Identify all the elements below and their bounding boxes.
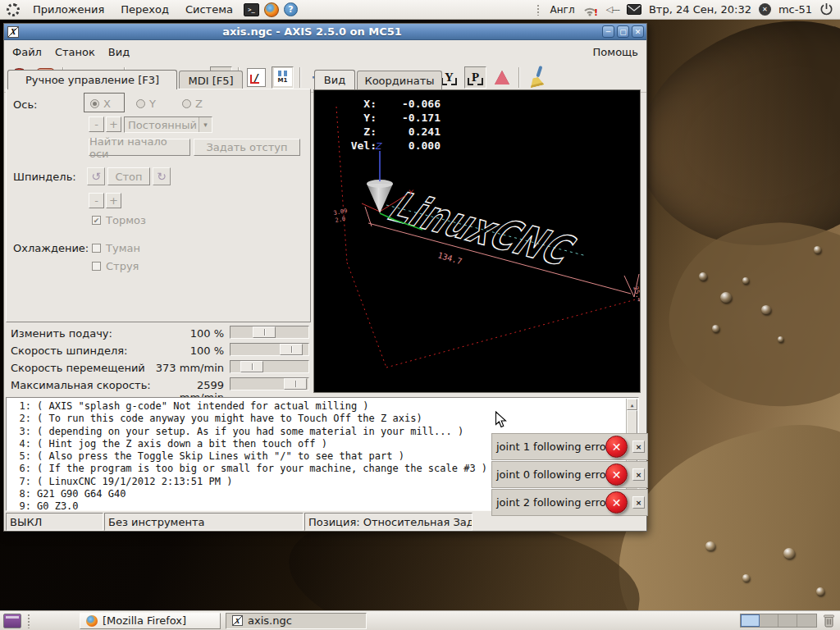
scroll-up-icon[interactable]: ▲: [627, 399, 637, 410]
checkbox-label: Струя: [106, 260, 139, 272]
firefox-icon: [86, 615, 98, 627]
dro-row: X:-0.066: [344, 97, 441, 111]
jog-mode-combobox[interactable]: Постоянный ▾: [124, 116, 212, 133]
preview-canvas[interactable]: 134.7 25.4 3.09 2.0 LinuxCNC Y Z: [313, 89, 641, 393]
view-perspective-button[interactable]: P: [464, 66, 486, 89]
menu-system[interactable]: Система: [177, 0, 241, 20]
toggle-skip-lines-button[interactable]: /: [245, 66, 267, 89]
water-droplet: [778, 336, 783, 342]
chevron-down-icon[interactable]: ▾: [199, 117, 212, 132]
slider-handle[interactable]: [253, 326, 276, 338]
spindle-slower-button[interactable]: -: [89, 193, 104, 208]
menu-file[interactable]: Файл: [12, 46, 42, 58]
slider-handle[interactable]: [240, 361, 263, 372]
checkbox-checked-icon: ✔: [92, 216, 101, 225]
water-droplet: [712, 325, 719, 332]
clear-plot-button[interactable]: [526, 66, 548, 89]
menu-places[interactable]: Переход: [112, 0, 177, 20]
tab-preview[interactable]: Вид: [314, 70, 355, 89]
workspace-1[interactable]: [741, 614, 760, 627]
spindle-ccw-button[interactable]: ↺: [87, 167, 105, 185]
maximize-button[interactable]: ▢: [617, 25, 629, 38]
checkbox-icon: [92, 262, 101, 271]
tab-mdi[interactable]: MDI [F5]: [179, 71, 243, 89]
rotate-view-button[interactable]: [491, 66, 513, 89]
error-icon: ✕: [605, 436, 628, 458]
svg-text:134.7: 134.7: [436, 250, 463, 266]
shutdown-icon[interactable]: [819, 2, 833, 16]
trash-icon[interactable]: [823, 614, 835, 628]
menu-machine[interactable]: Станок: [55, 46, 95, 58]
radio-axis-y[interactable]: Y: [136, 98, 156, 110]
mouse-cursor: [495, 411, 507, 429]
workspace-switcher[interactable]: [740, 614, 817, 628]
keyboard-layout-indicator[interactable]: Англ: [550, 4, 575, 16]
toast-close-button[interactable]: ×: [632, 441, 645, 453]
radio-axis-z[interactable]: Z: [182, 98, 203, 110]
leaf-shape: [649, 192, 840, 440]
tab-dro[interactable]: Координаты: [357, 71, 442, 89]
jog-minus-button[interactable]: -: [89, 116, 104, 132]
touch-off-button[interactable]: Задать отступ: [194, 139, 300, 156]
radio-icon: [136, 99, 145, 108]
home-axis-button[interactable]: Найти начало оси: [89, 139, 190, 156]
error-icon: ✕: [605, 491, 628, 514]
max-velocity-slider[interactable]: [230, 377, 309, 390]
status-machine-state: ВЫКЛ: [6, 513, 103, 531]
task-firefox[interactable]: [Mozilla Firefox]: [80, 613, 221, 629]
line-number: 8:: [7, 488, 31, 500]
brake-checkbox[interactable]: ✔Тормоз: [92, 214, 146, 226]
skip-lines-icon: /: [247, 68, 266, 87]
user-status-icon: ✕: [759, 3, 771, 16]
slider-handle[interactable]: [280, 344, 303, 355]
bottom-taskbar: [Mozilla Firefox] X axis.ngc: [0, 610, 840, 630]
tab-label: MDI [F5]: [188, 75, 233, 87]
user-menu[interactable]: mc-51: [778, 3, 812, 16]
titlebar[interactable]: X axis.ngc - AXIS 2.5.0 on MC51 ─ ▢ ✕: [4, 24, 646, 40]
jog-speed-slider[interactable]: [230, 360, 309, 373]
gcode-line[interactable]: 1:( AXIS "splash g-code" Not intended fo…: [7, 400, 638, 413]
spindle-faster-button[interactable]: +: [106, 193, 121, 208]
mail-notification-icon[interactable]: [627, 4, 641, 15]
toast-close-button[interactable]: ×: [632, 496, 645, 509]
gnome-top-panel: Приложения Переход Система >_ ? Англ ! ◁…: [0, 0, 840, 20]
toast-close-button[interactable]: ×: [632, 468, 645, 481]
workspace-4[interactable]: [797, 614, 816, 627]
flood-checkbox[interactable]: Струя: [92, 260, 139, 272]
dro-axis-label: X:: [344, 97, 377, 111]
mist-checkbox[interactable]: Туман: [92, 242, 140, 254]
task-label: [Mozilla Firefox]: [103, 614, 186, 627]
menu-applications[interactable]: Приложения: [25, 0, 112, 20]
error-text: joint 1 following error: [496, 441, 610, 453]
terminal-launcher-icon[interactable]: >_: [244, 3, 259, 16]
spindle-cw-button[interactable]: ↻: [153, 167, 171, 185]
spindle-stop-button[interactable]: Стоп: [107, 167, 150, 185]
help-launcher-icon[interactable]: ?: [284, 2, 298, 16]
spindle-override-label: Скорость шпинделя:: [11, 342, 127, 358]
feed-override-slider[interactable]: [230, 326, 309, 339]
minimize-button[interactable]: ─: [602, 25, 614, 38]
menu-view[interactable]: Вид: [108, 46, 130, 58]
gcode-line[interactable]: 2:( To run this code anyway you might ha…: [7, 413, 638, 425]
workspace-3[interactable]: [778, 614, 797, 627]
network-status-icon[interactable]: !: [582, 3, 599, 16]
spindle-override-slider[interactable]: [230, 343, 309, 356]
clock[interactable]: Втр, 24 Сен, 20:32: [649, 3, 751, 16]
tab-manual-control[interactable]: Ручное управление [F3]: [7, 70, 177, 89]
menu-help[interactable]: Помощь: [593, 46, 638, 58]
optional-pause-button[interactable]: M1: [272, 66, 294, 89]
line-number: 9:: [7, 500, 31, 511]
task-axis[interactable]: X axis.ngc: [226, 613, 367, 629]
volume-muted-icon[interactable]: ◁---: [606, 4, 619, 15]
spindle-override-value: 100 %: [152, 345, 224, 357]
slider-handle[interactable]: [284, 378, 307, 390]
radio-axis-x[interactable]: X: [90, 98, 111, 110]
water-droplet: [783, 548, 795, 559]
coolant-label: Охлаждение:: [13, 242, 89, 254]
show-desktop-button[interactable]: [3, 614, 21, 628]
distro-logo-icon[interactable]: [5, 2, 21, 18]
jog-plus-button[interactable]: +: [106, 116, 121, 132]
firefox-launcher-icon[interactable]: [264, 2, 279, 17]
close-button[interactable]: ✕: [632, 25, 644, 38]
workspace-2[interactable]: [760, 614, 778, 627]
